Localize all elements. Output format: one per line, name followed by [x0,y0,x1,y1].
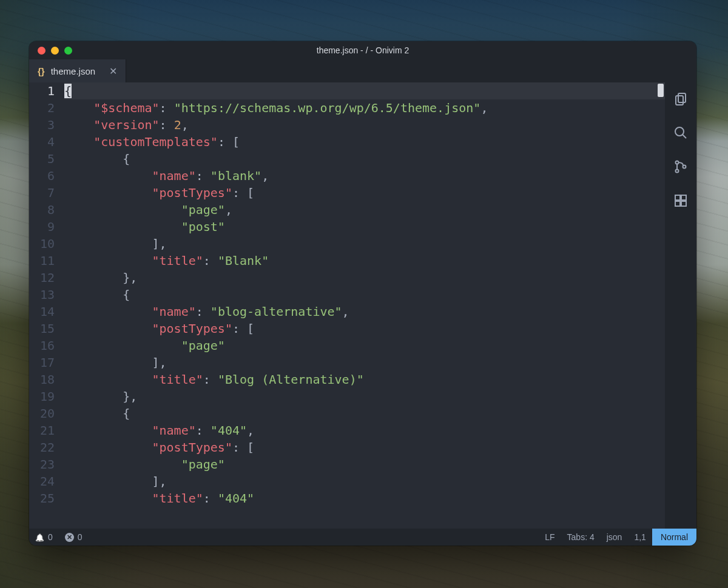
json-file-icon: {} [38,66,45,76]
code-line: "postTypes": [ [64,184,655,201]
code-line: "title": "Blog (Alternative)" [64,371,655,388]
extensions-icon[interactable] [673,193,689,209]
code-line: "name": "blog-alternative", [64,303,655,320]
status-notifications[interactable]: 0 [29,529,59,546]
tab-theme-json[interactable]: {} theme.json [29,59,126,82]
current-line-highlight [64,82,665,99]
line-number-gutter: 1234567891011121314151617181920212223242… [29,82,64,529]
code-line: ], [64,354,655,371]
code-line: ], [64,235,655,252]
line-number: 11 [29,252,55,269]
status-cursor-pos[interactable]: 1,1 [628,529,652,546]
svg-rect-1 [676,96,683,105]
traffic-lights [29,47,72,55]
activity-bar [665,82,696,529]
notification-count: 0 [48,532,53,542]
status-language[interactable]: json [601,529,629,546]
svg-rect-8 [681,195,686,200]
status-eol[interactable]: LF [539,529,561,546]
code-line: "page" [64,456,655,473]
line-number: 7 [29,184,55,201]
line-number: 4 [29,133,55,150]
close-window-button[interactable] [38,47,46,55]
line-number: 24 [29,473,55,490]
main-area: 1234567891011121314151617181920212223242… [29,82,696,529]
svg-line-3 [682,135,686,138]
code-line: { [64,405,655,422]
line-number: 12 [29,269,55,286]
code-line: "name": "blank", [64,167,655,184]
scrollbar-thumb[interactable] [658,84,664,97]
code-line: "title": "Blank" [64,252,655,269]
block-cursor: { [64,84,72,98]
code-line: "version": 2, [64,116,655,133]
line-number: 2 [29,99,55,116]
line-number: 15 [29,320,55,337]
svg-point-6 [683,165,686,169]
svg-rect-0 [678,93,686,102]
line-number: 16 [29,337,55,354]
code-line: "page" [64,337,655,354]
scrollbar-track[interactable] [656,82,665,529]
code-line: "postTypes": [ [64,320,655,337]
tab-label: theme.json [51,66,95,76]
code-line: ], [64,473,655,490]
line-number: 22 [29,439,55,456]
svg-point-4 [676,161,679,164]
tab-bar: {} theme.json [29,59,696,82]
status-bar: 0 0 LF Tabs: 4 json 1,1 Normal [29,529,696,546]
code-line: { [64,286,655,303]
titlebar: theme.json - / - Onivim 2 [29,41,696,59]
line-number: 8 [29,201,55,218]
code-line: }, [64,269,655,286]
line-number: 25 [29,490,55,507]
code-line: "page", [64,201,655,218]
window-title: theme.json - / - Onivim 2 [29,45,696,55]
source-control-icon[interactable] [673,159,689,175]
search-icon[interactable] [673,125,689,141]
code-line: "title": "404" [64,490,655,507]
editor-window: theme.json - / - Onivim 2 {} theme.json … [29,41,696,546]
line-number: 3 [29,116,55,133]
code-line: "$schema": "https://schemas.wp.org/wp/6.… [64,99,655,116]
bell-icon [35,532,44,542]
code-line: "customTemplates": [ [64,133,655,150]
editor[interactable]: 1234567891011121314151617181920212223242… [29,82,665,529]
line-number: 10 [29,235,55,252]
line-number: 20 [29,405,55,422]
line-number: 21 [29,422,55,439]
code-line: }, [64,388,655,405]
vim-mode-indicator[interactable]: Normal [652,529,696,546]
minimize-window-button[interactable] [51,47,59,55]
line-number: 13 [29,286,55,303]
error-count: 0 [78,532,83,542]
line-number: 14 [29,303,55,320]
line-number: 1 [29,82,55,99]
line-number: 18 [29,371,55,388]
status-errors[interactable]: 0 [59,529,89,546]
code-area[interactable]: { { "$schema": "https://schemas.wp.org/w… [64,82,665,529]
error-icon [65,533,74,542]
code-line: "name": "404", [64,422,655,439]
zoom-window-button[interactable] [64,47,72,55]
line-number: 19 [29,388,55,405]
close-tab-icon[interactable] [109,65,117,77]
code-line: "postTypes": [ [64,439,655,456]
svg-rect-9 [675,201,680,206]
code-line: "post" [64,218,655,235]
files-icon[interactable] [673,91,689,107]
status-tabs[interactable]: Tabs: 4 [561,529,601,546]
code-line: { [64,150,655,167]
line-number: 9 [29,218,55,235]
svg-rect-7 [675,195,680,200]
line-number: 6 [29,167,55,184]
svg-point-5 [676,170,679,173]
svg-point-2 [675,127,684,136]
line-number: 23 [29,456,55,473]
line-number: 5 [29,150,55,167]
svg-rect-10 [681,201,686,206]
line-number: 17 [29,354,55,371]
